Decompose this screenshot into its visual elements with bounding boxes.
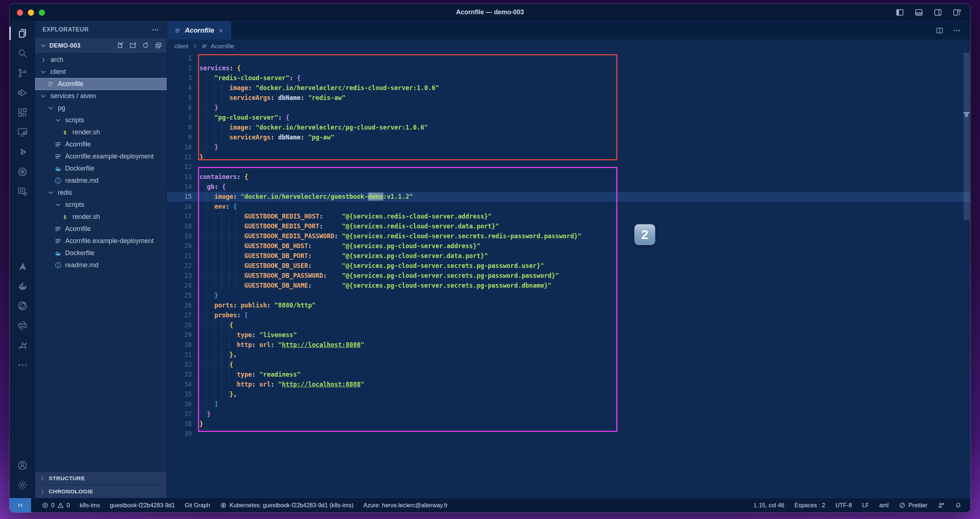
- customize-layout-button[interactable]: [952, 8, 962, 17]
- zoom-window-button[interactable]: [39, 10, 45, 16]
- status-git-graph[interactable]: Git Graph: [185, 502, 210, 509]
- code-line-37[interactable]: 37 }: [167, 409, 970, 419]
- code-line-30[interactable]: 30 http: url: "http://localhost:8080": [167, 340, 970, 350]
- tree-item-readme-md[interactable]: readme.md: [35, 259, 167, 271]
- code-line-34[interactable]: 34 http: url: "http://localhost:8080": [167, 380, 970, 389]
- tree-item-dockerfile[interactable]: Dockerfile: [35, 247, 167, 259]
- sidebar-more-actions-button[interactable]: [151, 26, 159, 33]
- minimize-window-button[interactable]: [28, 10, 34, 16]
- code-line-1[interactable]: 1: [167, 53, 970, 63]
- code-line-20[interactable]: 20 GUESTBOOK_DB_HOST: "@{services.pg-clo…: [167, 241, 970, 251]
- activity-explorer[interactable]: [10, 24, 35, 43]
- code-line-9[interactable]: 9 serviceArgs: dbName: "pg-aw": [167, 132, 970, 142]
- code-line-22[interactable]: 22 GUESTBOOK_DB_USER: "@{services.pg-clo…: [167, 261, 970, 271]
- activity-settings[interactable]: [10, 475, 35, 495]
- tree-item-acornfile-example-deployment[interactable]: Acornfile.example-deployment: [35, 235, 167, 247]
- code-line-33[interactable]: 33 type: "readiness": [167, 370, 970, 380]
- tree-item-dockerfile[interactable]: Dockerfile: [35, 162, 167, 175]
- toggle-panel-button[interactable]: [914, 8, 924, 17]
- new-file-button[interactable]: [116, 42, 124, 49]
- activity-extensions[interactable]: [10, 102, 35, 122]
- code-line-10[interactable]: 10 }: [167, 142, 970, 152]
- status-formatter[interactable]: Prettier: [899, 502, 927, 509]
- collapse-folders-button[interactable]: [155, 42, 162, 49]
- code-line-28[interactable]: 28 {: [167, 320, 970, 330]
- section-structure[interactable]: STRUCTURE: [35, 471, 167, 485]
- code-line-24[interactable]: 24 GUESTBOOK_DB_NAME: "@{services.pg-clo…: [167, 281, 970, 291]
- code-line-26[interactable]: 26 ports: publish: "8080/http": [167, 301, 970, 310]
- activity-terraform[interactable]: [10, 142, 35, 162]
- tree-item-render-sh[interactable]: $render.sh: [35, 211, 167, 223]
- tree-item-pg[interactable]: pg: [35, 102, 167, 114]
- refresh-explorer-button[interactable]: [142, 42, 149, 49]
- code-line-32[interactable]: 32 {: [167, 360, 970, 370]
- code-line-13[interactable]: 13containers: {: [167, 172, 970, 182]
- tree-item-readme-md[interactable]: readme.md: [35, 175, 167, 187]
- activity-azure-pipelines[interactable]: [10, 296, 35, 315]
- code-line-29[interactable]: 29 type: "liveness": [167, 330, 970, 340]
- toggle-secondary-sidebar-button[interactable]: [933, 8, 943, 17]
- breadcrumb-folder[interactable]: client: [174, 43, 188, 50]
- section-chronologie[interactable]: CHRONOLOGIE: [35, 485, 167, 498]
- code-line-36[interactable]: 36 ]: [167, 399, 970, 409]
- code-line-4[interactable]: 4 image: "docker.io/herveleclerc/redis-c…: [167, 83, 970, 93]
- activity-run-debug[interactable]: [10, 83, 35, 102]
- close-tab-icon[interactable]: [218, 27, 224, 33]
- code-line-5[interactable]: 5 serviceArgs: dbName: "redis-aw": [167, 93, 970, 103]
- tree-item-acornfile-example-deployment[interactable]: Acornfile.example-deployment: [35, 150, 167, 162]
- activity-docker[interactable]: [10, 276, 35, 296]
- code-line-31[interactable]: 31 },: [167, 350, 970, 360]
- status-cursor-position[interactable]: L 15, col 46: [754, 502, 784, 509]
- code-line-11[interactable]: 11}: [167, 152, 970, 162]
- code-line-2[interactable]: 2services: {: [167, 63, 970, 73]
- title-bar[interactable]: Acornfile — demo-003: [10, 4, 970, 21]
- tree-item-acornfile[interactable]: Acornfile: [35, 139, 167, 150]
- tree-item-client[interactable]: client: [35, 66, 167, 78]
- code-line-7[interactable]: 7 "pg-cloud-server": {: [167, 113, 970, 123]
- code-line-39[interactable]: 39: [167, 429, 970, 439]
- code-line-16[interactable]: 16 env: {: [167, 202, 970, 212]
- code-line-27[interactable]: 27 probes: [: [167, 310, 970, 320]
- close-window-button[interactable]: [17, 10, 23, 16]
- tree-item-scripts[interactable]: scripts: [35, 199, 167, 211]
- status-notifications[interactable]: [955, 502, 962, 509]
- tree-item-scripts[interactable]: scripts: [35, 114, 167, 126]
- split-editor-button[interactable]: [935, 26, 944, 35]
- tree-item-render-sh[interactable]: $render.sh: [35, 126, 167, 139]
- code-line-19[interactable]: 19 GUESTBOOK_REDIS_PASSWORD: "@{services…: [167, 231, 970, 241]
- code-line-35[interactable]: 35 },: [167, 389, 970, 399]
- activity-azure[interactable]: [10, 256, 35, 276]
- breadcrumb-file[interactable]: Acornfile: [211, 43, 234, 50]
- status-kubernetes-cluster[interactable]: Kubernetes: guestbook-f22b4283-9d1 (k8s-…: [220, 502, 353, 509]
- activity-source-control[interactable]: [10, 63, 35, 83]
- activity-container-tools[interactable]: [10, 181, 35, 201]
- code-line-15[interactable]: 15 image: "docker.io/herveleclerc/guestb…: [167, 192, 970, 202]
- status-problems[interactable]: 00: [42, 502, 70, 509]
- code-line-3[interactable]: 3 "redis-cloud-server": {: [167, 73, 970, 83]
- toggle-primary-sidebar-button[interactable]: [895, 8, 905, 17]
- activity-accounts[interactable]: [10, 455, 35, 475]
- status-k8s-context[interactable]: k8s-ims: [80, 502, 100, 509]
- code-line-25[interactable]: 25 }: [167, 291, 970, 301]
- tree-item-arch[interactable]: arch: [35, 54, 167, 66]
- status-encoding[interactable]: UTF-8: [835, 502, 852, 509]
- code-line-6[interactable]: 6 }: [167, 103, 970, 113]
- code-line-38[interactable]: 38}: [167, 419, 970, 429]
- activity-paper-crane[interactable]: [10, 335, 35, 355]
- code-line-17[interactable]: 17 GUESTBOOK_REDIS_HOST: "@{services.red…: [167, 212, 970, 221]
- code-line-23[interactable]: 23 GUESTBOOK_DB_PASSWORD: "@{services.pg…: [167, 271, 970, 281]
- tree-item-redis[interactable]: redis: [35, 187, 167, 199]
- code-line-18[interactable]: 18 GUESTBOOK_REDIS_PORT: "@{services.red…: [167, 221, 970, 231]
- project-section-header[interactable]: DEMO-003: [35, 38, 167, 53]
- scrollbar[interactable]: [964, 53, 970, 220]
- code-line-14[interactable]: 14 gb: {: [167, 182, 970, 192]
- tree-item-acornfile[interactable]: Acornfile: [35, 78, 167, 90]
- status-azure-account[interactable]: Azure: herve.leclerc@alterway.fr: [363, 502, 447, 509]
- code-editor[interactable]: 12services: {3 "redis-cloud-server": {4 …: [167, 53, 970, 498]
- status-remote-indicator[interactable]: [10, 498, 31, 513]
- code-line-12[interactable]: 12: [167, 162, 970, 172]
- code-line-8[interactable]: 8 image: "docker.io/herveleclerc/pg-clou…: [167, 123, 970, 132]
- tab-acornfile[interactable]: Acornfile: [167, 21, 231, 40]
- activity-search[interactable]: [10, 43, 35, 63]
- status-feedback[interactable]: [937, 502, 945, 509]
